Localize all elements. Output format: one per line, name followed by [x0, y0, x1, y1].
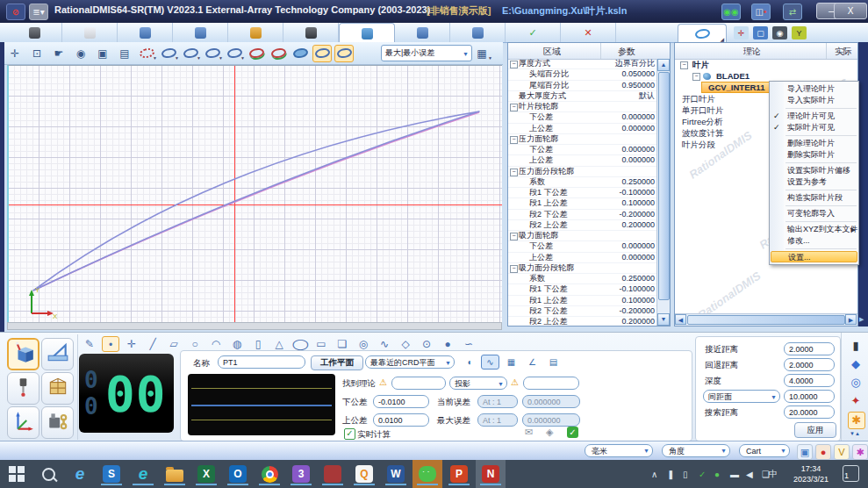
strip-scroll-arrows[interactable]: ▼▲ [850, 431, 860, 436]
close-button[interactable]: X [834, 3, 867, 19]
param-row[interactable]: 上公差0.000000 [508, 155, 658, 166]
menu-item-3[interactable]: 理论叶片可见✓ [770, 111, 858, 122]
menu-item-5[interactable]: 删除理论叶片 [770, 138, 858, 149]
menu-item-8[interactable]: 设置为参考 [770, 176, 858, 188]
cad-viewport[interactable]: Y X [7, 65, 502, 322]
select-box-icon[interactable]: ▣ [93, 45, 112, 62]
row-value-input[interactable]: 20.0000 [784, 405, 835, 419]
slot-icon[interactable]: ▭ [312, 336, 330, 352]
tab-check[interactable]: ✓ [506, 23, 561, 42]
param-value[interactable]: 0.100000 [621, 296, 655, 305]
annotation-icon[interactable]: ▤ [115, 45, 134, 62]
zoom-window-icon[interactable]: ⊡ [27, 45, 47, 62]
scroll-up-icon[interactable]: ▲ [657, 59, 670, 71]
menu-item-4[interactable]: 实际叶片可见✓ [770, 122, 858, 133]
collapse-icon[interactable]: − [510, 104, 518, 111]
layout-icon[interactable]: ▣ [797, 444, 813, 460]
param-row[interactable]: 厚度方式−边界百分比 [508, 59, 658, 69]
param-value[interactable]: 0.000000 [621, 112, 655, 122]
point-icon[interactable]: • [102, 336, 119, 352]
param-value[interactable]: 0.100000 [621, 198, 655, 208]
param-row[interactable]: 下公差0.000000 [508, 145, 658, 155]
realtime-checkbox[interactable]: ✓ [344, 428, 355, 440]
view-tab-table[interactable]: ▦ [502, 355, 520, 370]
param-value[interactable]: 0.200000 [621, 317, 655, 326]
shield-probe-icon[interactable]: ◆ [848, 356, 864, 372]
taskbar-explorer[interactable] [163, 463, 186, 485]
tray-wechat-icon[interactable]: ● [714, 460, 720, 488]
apply-button[interactable]: 应用 [794, 422, 836, 438]
param-scrollbar[interactable]: ▲ ▼ [656, 59, 670, 326]
blade-edit-2-icon[interactable] [334, 45, 354, 62]
connect-icon[interactable]: ◉◉ [721, 4, 741, 20]
crd-plane-dropdown[interactable]: 最靠近的CRD平面▼ [365, 355, 455, 369]
taskbar-paint3d[interactable]: 3 [290, 463, 312, 485]
blade-compare-1-icon[interactable] [247, 45, 266, 62]
line-icon[interactable]: ╱ [144, 336, 161, 352]
tab-model[interactable] [228, 23, 283, 42]
torus-icon[interactable]: ◎ [355, 336, 372, 352]
machine-setup-button[interactable] [41, 406, 74, 439]
display-mode-icon[interactable]: ◫• [751, 4, 771, 20]
report-export-icon[interactable]: ▦▼ [472, 45, 491, 62]
rect-icon[interactable]: ❏ [334, 336, 351, 352]
param-row[interactable]: 段2 上公差0.200000 [508, 220, 658, 231]
row-value-input[interactable]: 10.0000 [784, 390, 835, 403]
taskbar-security[interactable] [321, 463, 344, 485]
param-row[interactable]: 头端百分比0.050000 [508, 69, 658, 80]
tab-table[interactable] [118, 23, 173, 42]
taskbar-ie[interactable]: e [68, 463, 91, 485]
scroll-thumb[interactable] [658, 72, 670, 300]
param-value[interactable]: -0.200000 [619, 210, 655, 219]
probe-tool-icon[interactable]: ✦ [848, 393, 864, 409]
blade-edit-1-icon[interactable] [312, 45, 332, 62]
pan-icon[interactable]: ✛ [5, 45, 25, 62]
angle-dropdown[interactable]: 角度▼ [662, 444, 730, 457]
tray-device-icon[interactable]: ❚ [667, 460, 674, 488]
param-row[interactable]: 上公差0.000000 [508, 253, 658, 263]
view-tab-graph[interactable]: ∿ [481, 355, 499, 370]
taskbar-input-method[interactable]: S [100, 463, 123, 485]
param-value[interactable]: -0.100000 [619, 284, 655, 294]
param-value[interactable]: 0.000000 [621, 155, 655, 165]
upper-tol-input[interactable]: 0.0100 [373, 413, 429, 427]
param-value[interactable]: 0.200000 [621, 220, 655, 230]
circle-icon[interactable]: ○ [186, 336, 204, 352]
view-tab-feature[interactable]: ◖ [460, 355, 478, 370]
param-row[interactable]: 压力面轮廓− [508, 134, 658, 145]
param-value[interactable]: 边界百分比 [615, 59, 655, 68]
view-tab-report[interactable]: ▤ [544, 355, 563, 370]
param-row[interactable]: 最大厚度方式默认 [508, 91, 658, 102]
sphere-icon[interactable]: ◍ [228, 336, 246, 352]
param-row[interactable]: 尾端百分比0.950000 [508, 81, 658, 91]
tray-battery-icon[interactable]: ▬ [730, 460, 739, 488]
scroll-right-icon[interactable]: ▶ [845, 314, 857, 325]
param-value[interactable]: 0.250000 [621, 177, 655, 187]
row-value-input[interactable]: 2.0000 [784, 342, 835, 355]
param-row[interactable]: 上公差0.000000 [508, 124, 658, 134]
menu-item-11[interactable]: 输出XYZ到文本文件▶ [770, 224, 858, 235]
collapse-icon[interactable]: − [680, 61, 688, 69]
projection-value-input[interactable] [523, 377, 579, 390]
expand-icon[interactable]: ▶ [859, 316, 864, 323]
tray-volume-icon[interactable]: ◀ [746, 460, 753, 488]
point-axes-icon[interactable]: ✛ [123, 336, 140, 352]
tree-hscrollbar[interactable]: ◀ ▶ [675, 313, 857, 326]
param-value[interactable]: 0.050000 [621, 69, 655, 79]
menu-item-12[interactable]: 修改... [770, 235, 858, 247]
menu-item-2[interactable]: 导入实际叶片 [770, 95, 858, 106]
taskbar-word[interactable]: W [384, 463, 407, 485]
eraser-icon[interactable]: ◈ [546, 427, 553, 438]
scroll-left-icon[interactable]: ◀ [675, 314, 686, 325]
taskbar-powerpoint[interactable]: P [448, 463, 470, 485]
cylinder-icon[interactable]: ▯ [249, 336, 267, 352]
tray-usb-icon[interactable]: ▯ [683, 460, 688, 488]
param-row[interactable]: 段2 下公差-0.200000 [508, 210, 658, 220]
machine-link-icon[interactable]: ⇄ [783, 4, 802, 20]
camera-icon[interactable]: ◉ [772, 26, 787, 39]
blade-twist-icon[interactable]: ▼ [203, 45, 222, 62]
taskbar-start[interactable] [5, 463, 28, 485]
tab-view[interactable] [450, 23, 506, 42]
tab-close-doc[interactable]: ✕ [561, 23, 616, 42]
param-value[interactable]: 0.000000 [621, 145, 655, 154]
